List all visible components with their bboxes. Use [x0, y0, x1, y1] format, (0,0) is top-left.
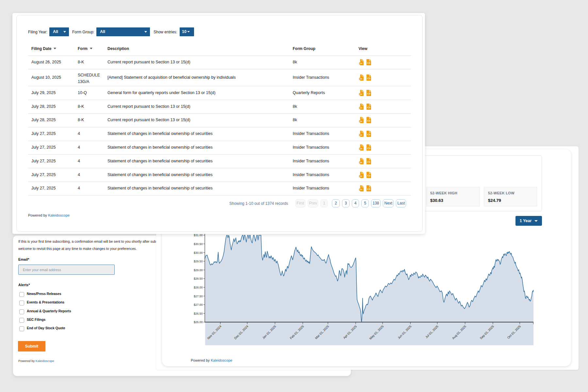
- svg-text:$26.50: $26.50: [194, 312, 203, 315]
- svg-text:$30.50: $30.50: [194, 242, 203, 246]
- svg-text:$28.00: $28.00: [194, 286, 203, 289]
- svg-text:PDF: PDF: [359, 175, 362, 177]
- svg-text:$27.00: $27.00: [194, 303, 203, 306]
- svg-text:$27.50: $27.50: [194, 295, 203, 298]
- svg-text:PDF: PDF: [359, 162, 362, 163]
- svg-text:PDF: PDF: [359, 78, 362, 80]
- svg-text:$26.00: $26.00: [194, 320, 203, 324]
- svg-text:PDF: PDF: [359, 148, 362, 150]
- svg-text:PDF: PDF: [359, 107, 362, 109]
- svg-text:$28.50: $28.50: [194, 277, 203, 280]
- svg-text:$29.00: $29.00: [194, 269, 203, 272]
- svg-text:PDF: PDF: [359, 63, 362, 64]
- svg-text:$30.00: $30.00: [194, 251, 203, 254]
- svg-text:PDF: PDF: [359, 93, 362, 95]
- svg-text:PDF: PDF: [359, 134, 362, 136]
- svg-text:$29.50: $29.50: [194, 260, 203, 263]
- svg-text:PDF: PDF: [359, 121, 362, 122]
- svg-text:PDF: PDF: [359, 189, 362, 190]
- svg-text:$31.00: $31.00: [194, 234, 203, 237]
